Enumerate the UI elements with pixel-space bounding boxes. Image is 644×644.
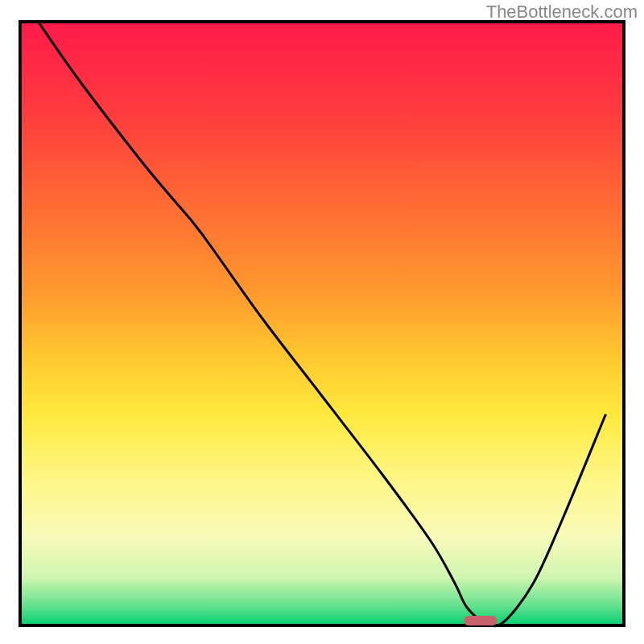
watermark-text: TheBottleneck.com [486, 2, 638, 23]
bottleneck-chart [0, 0, 644, 644]
chart-container: { "watermark": "TheBottleneck.com", "cha… [0, 0, 644, 644]
optimal-marker [464, 616, 497, 625]
chart-background [20, 22, 624, 625]
